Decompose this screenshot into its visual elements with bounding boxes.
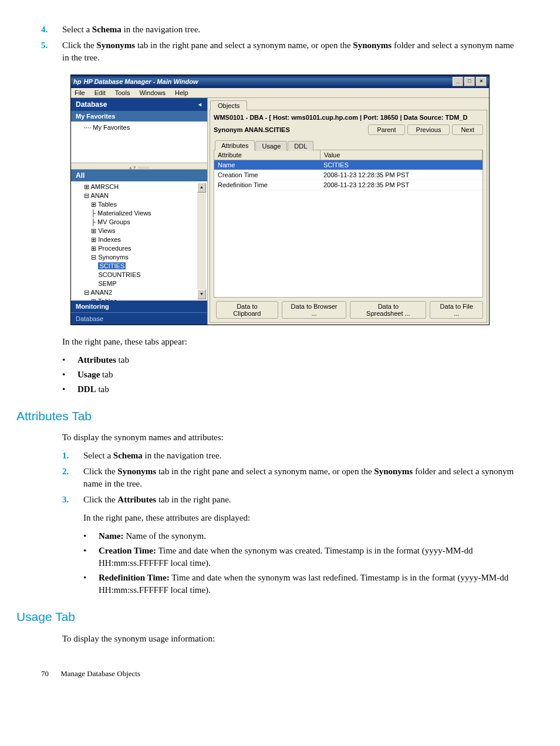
attr-after-text: In the right pane, these attributes are … xyxy=(83,512,519,524)
scroll-down-icon[interactable]: ▼ xyxy=(197,289,206,299)
list-item: • Creation Time: Time and date when the … xyxy=(83,545,519,569)
data-to-spreadsheet-button[interactable]: Data to Spreadsheet ... xyxy=(350,301,426,319)
tree-node[interactable]: ⊞ Views xyxy=(84,227,197,235)
scroll-up-icon[interactable]: ▲ xyxy=(197,183,206,193)
attr-intro: To display the synonym names and attribu… xyxy=(62,431,519,444)
all-header[interactable]: All xyxy=(71,170,207,181)
tree-node[interactable]: ├ MV Groups xyxy=(84,218,197,227)
menu-help[interactable]: Help xyxy=(175,89,188,96)
minimize-icon[interactable]: _ xyxy=(453,77,463,86)
attribute-cell: Creation Time xyxy=(214,170,320,180)
tree-node[interactable]: ⊞ Procedures xyxy=(84,244,197,253)
screenshot-frame: hp HP Database Manager - Main Window _ □… xyxy=(70,75,490,325)
app-icon: hp xyxy=(73,78,81,85)
database-collapsed[interactable]: Database xyxy=(71,313,207,325)
database-panel-header[interactable]: Database ◄ xyxy=(71,98,207,111)
favorites-item[interactable]: ···· My Favorites xyxy=(73,124,205,131)
tab-usage[interactable]: Usage xyxy=(255,141,287,151)
step-text: Click the Synonyms tab in the right pane… xyxy=(62,39,519,64)
step-4: 4. Select a Schema in the navigation tre… xyxy=(41,23,519,36)
favorites-body: ···· My Favorites xyxy=(71,121,207,163)
column-header-attribute[interactable]: Attribute xyxy=(214,150,321,160)
step-text: Select a Schema in the navigation tree. xyxy=(62,23,519,36)
close-icon[interactable]: × xyxy=(476,77,487,86)
value-cell: 2008-11-23 12:28:35 PM PST xyxy=(320,180,483,190)
step-num: 1. xyxy=(62,450,83,462)
step-num: 3. xyxy=(62,494,83,506)
breadcrumb: WMS0101 - DBA - [ Host: wms0101.cup.hp.c… xyxy=(214,114,483,121)
left-pane: Database ◄ My Favorites ···· My Favorite… xyxy=(71,98,208,325)
table-row[interactable]: Redefinition Time2008-11-23 12:28:35 PM … xyxy=(214,180,483,190)
tree-node[interactable]: ├ Materialized Views xyxy=(84,209,197,218)
table-row[interactable]: Creation Time2008-11-23 12:28:35 PM PST xyxy=(214,170,483,180)
list-item: • Attributes tab xyxy=(62,354,519,366)
column-header-value[interactable]: Value xyxy=(321,150,483,160)
step-2: 2. Click the Synonyms tab in the right p… xyxy=(62,465,519,490)
window-controls: _ □ × xyxy=(453,77,487,86)
tree-node[interactable]: ⊞ Indexes xyxy=(84,235,197,244)
tab-attributes[interactable]: Attributes xyxy=(215,140,255,150)
step-num: 4. xyxy=(41,23,62,36)
menu-tools[interactable]: Tools xyxy=(115,89,130,96)
menu-windows[interactable]: Windows xyxy=(139,89,166,96)
window-titlebar: hp HP Database Manager - Main Window _ □… xyxy=(71,75,489,88)
tree-node[interactable]: ⊞ AMRSCH xyxy=(84,183,197,191)
step-3: 3. Click the Attributes tab in the right… xyxy=(62,494,519,506)
value-cell: SCITIES xyxy=(320,160,483,170)
collapse-icon[interactable]: ◄ xyxy=(197,102,203,107)
usage-intro: To display the synonym usage information… xyxy=(62,633,519,645)
step-5: 5. Click the Synonyms tab in the right p… xyxy=(41,39,519,64)
tree-node[interactable]: SCITIES xyxy=(84,262,197,271)
attribute-cell: Redefinition Time xyxy=(214,180,320,190)
monitoring-panel-header[interactable]: Monitoring xyxy=(71,301,207,313)
list-item: • Name: Name of the synonym. xyxy=(83,530,519,542)
my-favorites-header[interactable]: My Favorites xyxy=(71,111,207,121)
value-cell: 2008-11-23 12:28:35 PM PST xyxy=(320,170,483,180)
list-item: • DDL tab xyxy=(62,383,519,396)
tree-node[interactable]: ⊞ Tables xyxy=(84,297,197,301)
next-button[interactable]: Next xyxy=(452,124,483,135)
tree-node[interactable]: ⊟ ANAN2 xyxy=(84,288,197,297)
attribute-cell: Name xyxy=(214,160,320,170)
page-footer: 70 Manage Database Objects xyxy=(41,669,519,679)
tree-node[interactable]: ⊟ ANAN xyxy=(84,191,197,200)
step-num: 2. xyxy=(62,465,83,490)
attributes-grid: Attribute Value NameSCITIESCreation Time… xyxy=(214,150,483,298)
heading-attributes-tab: Attributes Tab xyxy=(16,407,519,424)
maximize-icon[interactable]: □ xyxy=(464,77,475,86)
menu-file[interactable]: File xyxy=(75,89,85,96)
data-to-clipboard-button[interactable]: Data to Clipboard xyxy=(216,301,278,319)
page-number: 70 xyxy=(41,669,59,679)
parent-button[interactable]: Parent xyxy=(368,124,404,135)
list-item: • Redefinition Time: Time and date when … xyxy=(83,572,519,596)
step-1: 1. Select a Schema in the navigation tre… xyxy=(62,450,519,462)
tree-node[interactable]: ⊞ Tables xyxy=(84,200,197,209)
tab-ddl[interactable]: DDL xyxy=(288,141,313,151)
splitter[interactable]: ▴ ▾ ═══ xyxy=(71,163,207,170)
scrollbar-vertical[interactable]: ▲ ▼ xyxy=(197,183,206,299)
navigation-tree: ⊞ AMRSCH⊟ ANAN ⊞ Tables ├ Materialized V… xyxy=(71,181,207,301)
chapter-name: Manage Database Objects xyxy=(60,669,140,678)
after-screenshot-text: In the right pane, these tabs appear: xyxy=(62,336,519,348)
table-row[interactable]: NameSCITIES xyxy=(214,160,483,170)
synonym-label: Synonym ANAN.SCITIES xyxy=(214,126,366,133)
data-to-file-button[interactable]: Data to File ... xyxy=(430,301,483,319)
tab-objects[interactable]: Objects xyxy=(210,100,247,110)
tree-node[interactable]: SCOUNTRIES xyxy=(84,271,197,279)
menubar: File Edit Tools Windows Help xyxy=(71,88,489,98)
list-item: • Usage tab xyxy=(62,369,519,381)
tree-node[interactable]: SEMP xyxy=(84,279,197,288)
window-title: HP Database Manager - Main Window xyxy=(83,78,453,85)
data-to-browser-button[interactable]: Data to Browser ... xyxy=(282,301,347,319)
tree-node[interactable]: ⊟ Synonyms xyxy=(84,253,197,262)
right-pane: Objects WMS0101 - DBA - [ Host: wms0101.… xyxy=(208,98,489,325)
heading-usage-tab: Usage Tab xyxy=(16,608,519,625)
menu-edit[interactable]: Edit xyxy=(95,89,106,96)
previous-button[interactable]: Previous xyxy=(407,124,450,135)
step-num: 5. xyxy=(41,39,62,64)
